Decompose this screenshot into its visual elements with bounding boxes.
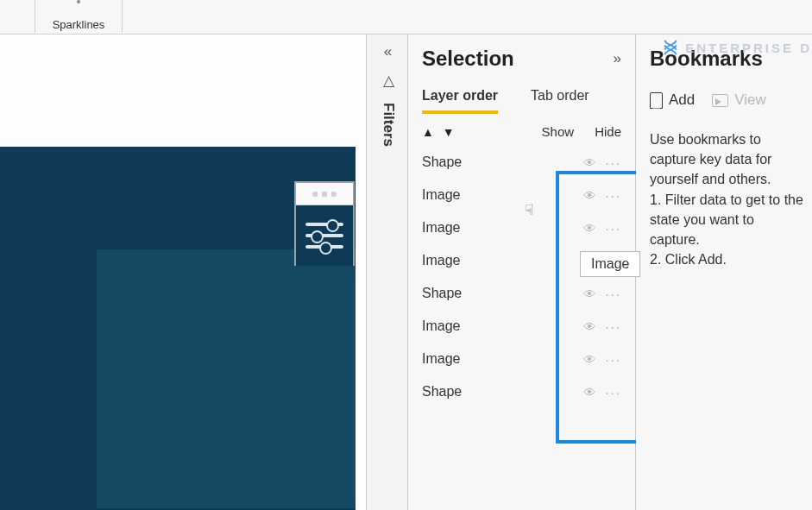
- layer-more-icon[interactable]: ···: [605, 286, 621, 301]
- layer-item[interactable]: Image 👁︎ ···: [422, 179, 621, 211]
- play-icon: [712, 94, 728, 107]
- ribbon-sparklines-button[interactable]: Sparklines: [35, 0, 123, 33]
- layer-item-label: Image: [422, 220, 583, 236]
- layer-more-icon[interactable]: ···: [605, 221, 621, 236]
- layer-more-icon[interactable]: ···: [605, 188, 621, 203]
- layer-more-icon[interactable]: ···: [605, 352, 621, 367]
- layer-item[interactable]: Shape 👁︎ ···: [422, 146, 621, 179]
- filters-pane-collapsed: « ▷ Filters: [368, 35, 408, 510]
- selection-tabs: Layer order Tab order: [408, 88, 635, 114]
- visibility-toggle-icon[interactable]: 👁︎: [583, 385, 596, 400]
- dna-icon: [661, 38, 680, 57]
- layer-item-label: Image: [422, 187, 583, 203]
- layer-list: Shape 👁︎ ··· Image 👁︎ ··· Image 👁︎ ··· I…: [408, 144, 635, 410]
- bookmarks-help-text: Use bookmarks to capture key data for yo…: [650, 129, 803, 269]
- tab-tab-order[interactable]: Tab order: [531, 88, 589, 114]
- visibility-toggle-icon[interactable]: 👁︎: [583, 221, 596, 236]
- move-down-icon[interactable]: ▼: [443, 125, 455, 139]
- watermark: ENTERPRISE D: [661, 38, 812, 57]
- layer-item-label: Shape: [422, 384, 583, 400]
- layer-item-label: Shape: [422, 154, 583, 170]
- selection-header-row: ▲ ▼ Show Hide: [408, 114, 635, 144]
- filters-pane-label[interactable]: Filters: [380, 103, 397, 147]
- ribbon-sparklines-label: Sparklines: [53, 18, 105, 31]
- bookmark-add-label: Add: [669, 91, 695, 109]
- visual-header[interactable]: [296, 183, 353, 205]
- ribbon: Sparklines: [0, 0, 812, 35]
- tab-layer-order[interactable]: Layer order: [422, 88, 498, 114]
- visibility-toggle-icon[interactable]: 👁︎: [583, 319, 596, 334]
- bookmark-view-label: View: [734, 91, 766, 109]
- canvas-shape-rect[interactable]: [97, 249, 356, 508]
- column-hide-label[interactable]: Hide: [595, 124, 621, 139]
- bookmark-view-button: View: [712, 91, 766, 109]
- layer-more-icon[interactable]: ···: [605, 319, 621, 334]
- layer-tooltip: Image: [580, 251, 640, 277]
- selection-pane: Selection » Layer order Tab order ▲ ▼ Sh…: [408, 35, 636, 510]
- column-show-label[interactable]: Show: [542, 124, 575, 139]
- layer-item[interactable]: Image 👁︎ ···: [422, 211, 621, 244]
- layer-item[interactable]: Shape 👁︎ ···: [422, 277, 621, 310]
- visibility-toggle-icon[interactable]: 👁︎: [583, 352, 596, 367]
- visibility-toggle-icon[interactable]: 👁︎: [583, 155, 596, 170]
- slicer-icon: [296, 205, 353, 266]
- bookmark-add-button[interactable]: Add: [650, 91, 695, 109]
- layer-item-label: Image: [422, 253, 583, 268]
- layer-item[interactable]: Image 👁︎ ···: [422, 343, 621, 375]
- bookmark-icon: [650, 92, 663, 109]
- bookmarks-pane: Bookmarks Add View Use bookmarks to capt…: [636, 35, 812, 510]
- layer-item-label: Shape: [422, 286, 583, 301]
- layer-item[interactable]: Shape 👁︎ ···: [422, 375, 621, 408]
- layer-more-icon[interactable]: ···: [605, 385, 621, 400]
- visibility-toggle-icon[interactable]: 👁︎: [583, 286, 596, 301]
- report-canvas-area: [0, 35, 367, 510]
- move-up-icon[interactable]: ▲: [422, 125, 434, 139]
- layer-item-label: Image: [422, 318, 583, 334]
- visibility-toggle-icon[interactable]: 👁︎: [583, 188, 596, 203]
- layer-item-label: Image: [422, 351, 583, 367]
- selection-pane-title: Selection: [422, 47, 514, 71]
- layer-item[interactable]: Image 👁︎ ···: [422, 310, 621, 343]
- expand-filters-chevron-icon[interactable]: «: [384, 43, 392, 60]
- selected-visual[interactable]: [294, 181, 355, 266]
- watermark-text: ENTERPRISE D: [685, 41, 812, 55]
- filters-funnel-icon: ▷: [379, 76, 397, 87]
- bookmarks-actions: Add View: [650, 91, 803, 109]
- layer-more-icon[interactable]: ···: [605, 155, 621, 170]
- collapse-selection-chevron-icon[interactable]: »: [614, 50, 621, 67]
